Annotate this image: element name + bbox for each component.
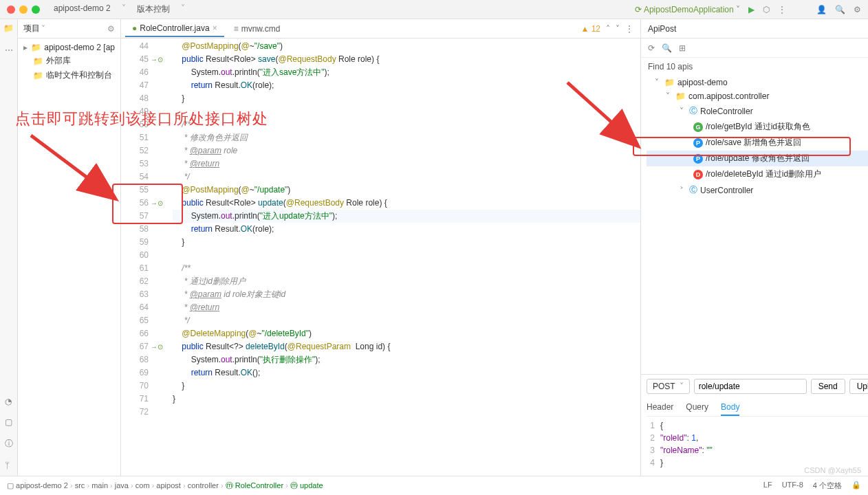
editor-area: ● RoleController.java × ≡ mvnw.cmd ▲ 12 …	[121, 19, 641, 476]
tab-rolecontroller[interactable]: ● RoleController.java ×	[125, 21, 224, 37]
info-tool-icon[interactable]: ⓘ	[5, 438, 13, 450]
git-tool-icon[interactable]: ᛘ	[5, 461, 13, 470]
structure-tool-icon[interactable]: ⋯	[5, 45, 13, 55]
api-tree-item[interactable]: ˃ⒸUserController	[647, 182, 868, 198]
apipost-panel: ApiPost 🔔 ⟳ 🔍 ⊞ ⤢ ✕ Find 10 apis ˅📁apipo…	[641, 19, 868, 476]
api-tree-item[interactable]: P/role/save 新增角色并返回	[647, 135, 868, 151]
annotation-text: 点击即可跳转到该接口所处接口树处	[15, 109, 268, 129]
body-editor[interactable]: 1{2 "roleId": 1,3 "roleName": ""4}	[647, 417, 868, 472]
warnings-indicator[interactable]: ▲ 12	[581, 24, 600, 34]
apipost-title: ApiPost	[648, 24, 676, 34]
api-tree-item[interactable]: ˅📁apipost-demo	[647, 76, 868, 89]
readonly-icon[interactable]: 🔒	[851, 481, 861, 491]
editor-tabs: ● RoleController.java × ≡ mvnw.cmd ▲ 12 …	[121, 19, 640, 38]
encoding[interactable]: UTF-8	[782, 481, 803, 491]
api-tree-item[interactable]: ˅📁com.apipost.controller	[647, 89, 868, 103]
search-icon[interactable]: 🔍	[835, 5, 845, 14]
panel-title: 项目	[23, 23, 40, 34]
api-tree-item[interactable]: P/role/update 修改角色并返回	[647, 151, 868, 166]
api-tree-item[interactable]: D/role/deleteById 通过id删除用户	[647, 166, 868, 182]
project-tree-item[interactable]: 📁外部库	[21, 54, 118, 68]
code-editor[interactable]: 4445→⊙4647484950515253545556→⊙5758596061…	[121, 38, 640, 476]
indent-info[interactable]: 4 个空格	[813, 481, 842, 491]
request-tab-body[interactable]: Body	[721, 399, 739, 416]
project-tree-item[interactable]: ▸📁apipost-demo 2 [ap	[21, 41, 118, 54]
problems-tool-icon[interactable]: ◔	[5, 397, 13, 406]
prev-highlight-icon[interactable]: ˄	[606, 24, 610, 34]
more-actions-icon[interactable]: ⋮	[778, 5, 786, 14]
chevron-down-icon: ˅	[181, 3, 185, 15]
api-tree-item[interactable]: G/role/getById 通过id获取角色	[647, 119, 868, 135]
send-button[interactable]: Send	[811, 379, 845, 394]
filter-icon[interactable]: ⊞	[679, 43, 686, 53]
upload-button[interactable]: Upload	[849, 379, 868, 394]
line-ending[interactable]: LF	[763, 481, 772, 491]
tab-mvnwcmd[interactable]: ≡ mvnw.cmd	[227, 21, 287, 36]
maximize-window-icon[interactable]	[32, 6, 40, 14]
watermark: CSDN @Xayh55	[804, 466, 861, 474]
terminal-tool-icon[interactable]: ▢	[5, 417, 13, 427]
api-tree-item[interactable]: ˅ⒸRoleController	[647, 103, 868, 119]
refresh-icon[interactable]: ⟳	[648, 43, 655, 53]
vcs-menu[interactable]: 版本控制	[137, 3, 170, 15]
request-tab-header[interactable]: Header	[647, 399, 673, 416]
breadcrumb[interactable]: ▢ apipost-demo 2 › src › main › java › c…	[7, 481, 323, 491]
url-input[interactable]	[694, 379, 807, 394]
close-window-icon[interactable]	[7, 6, 15, 14]
close-tab-icon[interactable]: ×	[213, 23, 217, 33]
project-tree-item[interactable]: 📁临时文件和控制台	[21, 68, 118, 82]
run-button[interactable]: ▶	[748, 5, 755, 14]
status-bar: ▢ apipost-demo 2 › src › main › java › c…	[0, 476, 868, 495]
project-tool-icon[interactable]: 📁	[3, 23, 14, 33]
http-method-select[interactable]: POST˅	[647, 379, 690, 394]
window-controls	[7, 6, 40, 14]
tab-menu-icon[interactable]: ⋮	[625, 24, 633, 34]
search-icon[interactable]: 🔍	[662, 43, 672, 53]
project-name-menu[interactable]: apipost-demo 2	[54, 3, 111, 15]
find-result-label: Find 10 apis	[641, 58, 868, 76]
request-section: POST˅ Send Upload HeaderQueryBody 1{2 "r…	[641, 374, 868, 476]
request-tab-query[interactable]: Query	[686, 399, 708, 416]
panel-settings-icon[interactable]: ⚙	[107, 24, 115, 34]
chevron-down-icon: ˅	[122, 3, 126, 15]
next-highlight-icon[interactable]: ˅	[616, 24, 620, 34]
user-icon[interactable]: 👤	[816, 5, 827, 14]
debug-button[interactable]: ⬡	[763, 5, 770, 14]
run-config-selector[interactable]: ⟳ ApipostDemoApplication ˅	[635, 5, 740, 14]
apipost-toolbar: ⟳ 🔍 ⊞ ⤢ ✕	[641, 38, 868, 58]
settings-icon[interactable]: ⚙	[854, 5, 861, 14]
minimize-window-icon[interactable]	[19, 6, 28, 14]
project-panel: 项目 ˅ ⚙ ▸📁apipost-demo 2 [ap📁外部库📁临时文件和控制台	[18, 19, 121, 476]
left-tool-strip: 📁 ⋯ ◔ ▢ ⓘ ᛘ	[0, 19, 18, 476]
titlebar: apipost-demo 2 ˅ 版本控制 ˅ ⟳ ApipostDemoApp…	[0, 0, 868, 19]
